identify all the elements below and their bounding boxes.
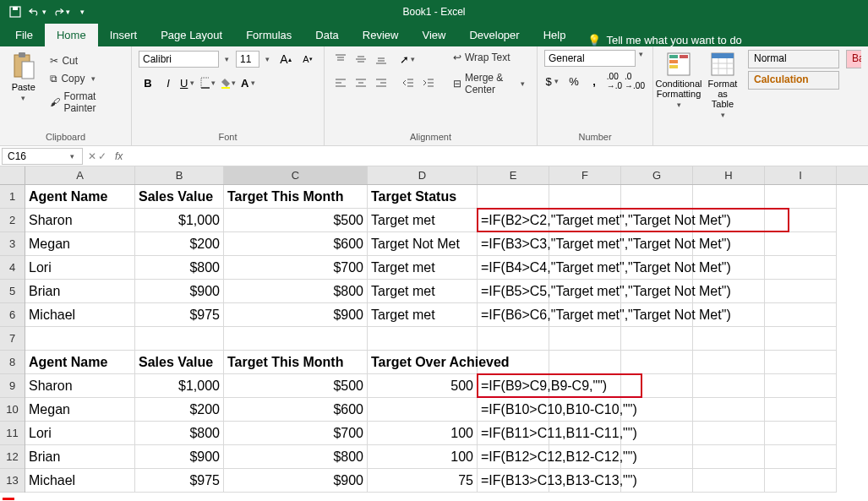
col-header-I[interactable]: I [765,166,837,184]
cell[interactable]: 75 [368,469,478,493]
tab-formulas[interactable]: Formulas [234,24,303,46]
decrease-font-button[interactable]: A▾ [298,50,317,68]
cell[interactable] [693,327,765,351]
percent-format-button[interactable]: % [565,72,583,90]
row-headers[interactable]: 1 2 3 4 5 6 7 8 9 10 11 12 13 [0,185,25,493]
accounting-format-button[interactable]: $▾ [544,72,563,90]
bold-button[interactable]: B [139,74,157,92]
cell[interactable]: Lori [25,256,135,280]
cell[interactable] [765,303,837,327]
font-size-dd[interactable]: ▾ [263,55,273,63]
cell[interactable] [765,422,837,445]
row-header[interactable]: 5 [0,280,25,303]
cell[interactable]: =IF(B12>C12,B12-C12,"") [478,445,549,469]
cell[interactable]: $800 [224,445,368,469]
cell[interactable] [135,327,224,351]
row-header[interactable]: 4 [0,256,25,280]
cell[interactable]: Brian [25,280,135,303]
formula-input[interactable] [128,148,868,165]
align-bottom-button[interactable] [372,50,390,68]
orientation-button[interactable]: ➚▾ [399,50,418,68]
cell[interactable]: Michael [25,469,135,493]
tab-developer[interactable]: Developer [457,24,531,46]
row-header[interactable]: 12 [0,445,25,469]
cell[interactable] [368,398,478,422]
paste-button[interactable]: Paste ▾ [7,50,40,104]
merge-center-button[interactable]: ⊟Merge & Center▾ [450,70,530,97]
cell[interactable] [693,422,765,445]
cell[interactable]: =IF(B4>C4,"Target met","Target Not Met") [478,256,549,280]
cell[interactable]: Sharon [25,374,135,398]
col-header-D[interactable]: D [368,166,478,184]
cell[interactable]: $200 [135,232,224,256]
tell-me-search[interactable]: 💡 Tell me what you want to do [577,34,751,46]
cell[interactable]: $900 [224,469,368,493]
increase-decimal-button[interactable]: .00→.0 [605,72,624,90]
underline-button[interactable]: U▾ [179,74,198,92]
row-header[interactable]: 6 [0,303,25,327]
cell[interactable] [478,185,549,209]
cell[interactable] [765,374,837,398]
cell[interactable]: $700 [224,256,368,280]
decrease-indent-button[interactable] [399,74,418,92]
align-top-button[interactable] [331,50,350,68]
cell[interactable] [765,232,837,256]
qat-customize[interactable]: ▾ [76,3,88,21]
col-header-E[interactable]: E [478,166,549,184]
cell[interactable]: Sales Value [135,185,224,209]
cell[interactable] [549,185,621,209]
cell[interactable]: Michael [25,303,135,327]
italic-button[interactable]: I [159,74,177,92]
col-header-G[interactable]: G [621,166,693,184]
col-header-H[interactable]: H [693,166,765,184]
comma-format-button[interactable]: , [585,72,603,90]
cell[interactable] [765,256,837,280]
row-header[interactable]: 2 [0,209,25,232]
cell[interactable]: 100 [368,445,478,469]
cell[interactable]: =IF(B5>C5,"Target met","Target Not Met") [478,280,549,303]
cut-button[interactable]: ✂Cut [46,53,124,68]
col-header-C[interactable]: C [224,166,368,184]
cell[interactable] [765,351,837,374]
cell[interactable] [693,185,765,209]
row-header[interactable]: 13 [0,469,25,493]
align-right-button[interactable] [372,74,390,92]
cell[interactable]: Brian [25,445,135,469]
conditional-formatting-button[interactable]: Conditional Formatting▾ [660,50,697,111]
style-calculation[interactable]: Calculation [748,71,839,90]
cell[interactable] [693,445,765,469]
cell[interactable]: $1,000 [135,374,224,398]
cell[interactable] [621,327,693,351]
cell[interactable] [765,280,837,303]
cell[interactable]: $900 [135,280,224,303]
cell[interactable] [765,398,837,422]
cell[interactable]: $600 [224,398,368,422]
font-color-button[interactable]: A▾ [240,74,259,92]
cell[interactable]: $900 [135,445,224,469]
cell[interactable] [549,351,621,374]
name-box[interactable]: C16 ▾ [2,148,83,165]
font-size-select[interactable] [236,51,259,68]
cell[interactable]: Target Status [368,185,478,209]
increase-indent-button[interactable] [419,74,438,92]
cell[interactable]: =IF(B2>C2,"Target met","Target Not Met") [478,209,549,232]
cell[interactable] [549,327,621,351]
col-header-F[interactable]: F [549,166,621,184]
name-box-dd[interactable]: ▾ [67,152,77,161]
cell[interactable] [765,209,837,232]
cell[interactable] [224,327,368,351]
wrap-text-button[interactable]: ↩Wrap Text [450,50,530,65]
cell[interactable]: 500 [368,374,478,398]
cancel-formula-icon[interactable]: ✕ [88,150,96,162]
cell[interactable]: Target met [368,303,478,327]
cell[interactable]: Megan [25,232,135,256]
style-bad[interactable]: Ba [846,50,861,68]
font-family-dd[interactable]: ▾ [222,55,232,63]
col-header-A[interactable]: A [25,166,135,184]
cell[interactable] [478,327,549,351]
tab-page-layout[interactable]: Page Layout [149,24,234,46]
copy-button[interactable]: ⧉Copy▾ [46,71,124,86]
cell[interactable] [765,445,837,469]
row-header[interactable]: 3 [0,232,25,256]
align-left-button[interactable] [331,74,350,92]
